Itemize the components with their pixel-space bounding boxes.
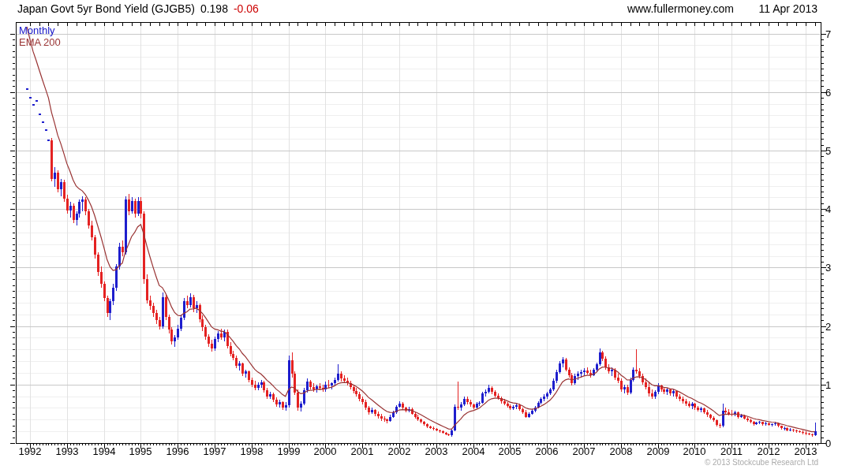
x-axis-year-label: 2008 xyxy=(604,445,638,457)
chart-date: 11 Apr 2013 xyxy=(759,2,817,15)
y-axis-tick-label: 1 xyxy=(825,379,844,391)
x-axis-year-label: 2011 xyxy=(714,445,749,457)
x-axis-year-label: 1996 xyxy=(160,445,195,457)
instrument-name: Japan Govt 5yr Bond Yield (GJGB5) xyxy=(17,2,195,15)
x-axis-year-label: 2006 xyxy=(529,445,564,457)
x-axis-year-label: 2007 xyxy=(567,445,601,457)
x-axis-year-label: 1995 xyxy=(123,445,158,457)
x-axis-year-label: 2013 xyxy=(788,445,823,457)
website-link[interactable]: www.fullermoney.com xyxy=(627,2,734,15)
x-axis-year-label: 1993 xyxy=(50,445,84,457)
y-axis-tick-label: 2 xyxy=(825,321,844,333)
y-axis-tick-label: 4 xyxy=(825,203,844,215)
y-axis-tick-label: 5 xyxy=(825,145,844,157)
x-axis-year-label: 1994 xyxy=(87,445,122,457)
x-axis-year-label: 2004 xyxy=(456,445,491,457)
chart-page: { "header": { "title": "Japan Govt 5yr B… xyxy=(0,0,868,473)
x-axis-year-label: 1992 xyxy=(13,445,47,457)
price-change: -0.06 xyxy=(234,2,259,15)
chart-title: Japan Govt 5yr Bond Yield (GJGB5)0.198-0… xyxy=(17,2,259,15)
price-chart-canvas xyxy=(0,0,868,473)
x-axis-year-label: 1997 xyxy=(197,445,232,457)
x-axis-year-label: 1998 xyxy=(234,445,269,457)
x-axis-year-label: 2003 xyxy=(419,445,454,457)
x-axis-year-label: 2010 xyxy=(677,445,712,457)
x-axis-year-label: 1999 xyxy=(271,445,306,457)
x-axis-year-label: 2005 xyxy=(492,445,527,457)
x-axis-year-label: 2002 xyxy=(382,445,417,457)
y-axis-tick-label: 6 xyxy=(825,87,844,99)
last-price: 0.198 xyxy=(200,2,228,15)
x-axis-year-label: 2012 xyxy=(751,445,786,457)
timeframe-label: Monthly xyxy=(19,24,55,36)
x-axis-year-label: 2001 xyxy=(345,445,380,457)
ema-legend-label: EMA 200 xyxy=(19,36,61,48)
x-axis-year-label: 2009 xyxy=(641,445,675,457)
copyright-notice: © 2013 Stockcube Research Ltd xyxy=(705,458,818,467)
x-axis-year-label: 2000 xyxy=(308,445,342,457)
y-axis-tick-label: 7 xyxy=(825,28,844,40)
y-axis-tick-label: 0 xyxy=(825,438,844,449)
y-axis-tick-label: 3 xyxy=(825,262,844,274)
